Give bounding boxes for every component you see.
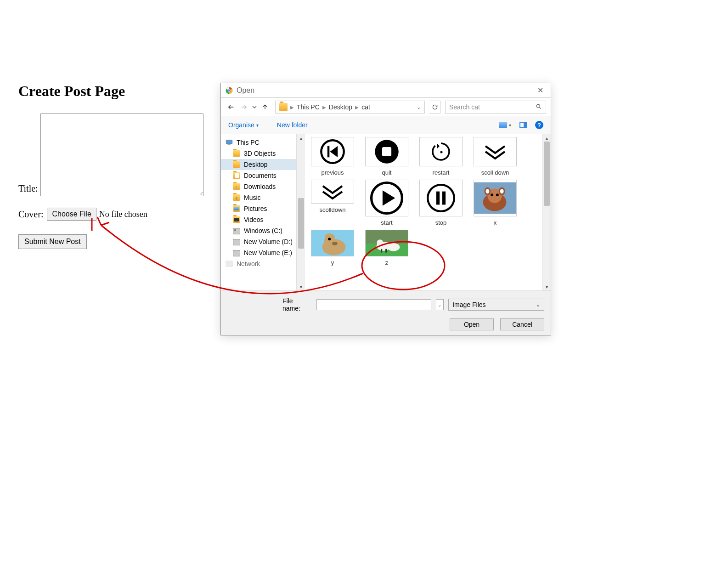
nav-recent-dropdown[interactable] bbox=[251, 102, 258, 113]
search-icon bbox=[536, 103, 542, 111]
tree-music[interactable]: Music bbox=[221, 192, 296, 203]
view-thumbnails-icon[interactable] bbox=[499, 122, 507, 128]
file-scolldown[interactable]: scolldown bbox=[310, 180, 356, 226]
dialog-toolbar: Organise ▾ New folder ▾ ? bbox=[221, 116, 551, 134]
file-z[interactable]: z bbox=[364, 230, 410, 266]
tree-windows-c[interactable]: Windows (C:) bbox=[221, 225, 296, 236]
svg-rect-10 bbox=[327, 146, 329, 158]
refresh-button[interactable] bbox=[429, 101, 440, 114]
breadcrumb-desktop[interactable]: Desktop bbox=[329, 103, 352, 111]
file-y[interactable]: y bbox=[310, 230, 356, 266]
tree-volume-e[interactable]: New Volume (E:) bbox=[221, 247, 296, 258]
file-thumbnails: previous quit restart scoll down scolldo… bbox=[305, 134, 542, 290]
file-name-input[interactable] bbox=[316, 299, 431, 310]
svg-rect-7 bbox=[228, 144, 230, 145]
new-folder-button[interactable]: New folder bbox=[277, 121, 308, 129]
dialog-body: This PC 3D Objects Desktop Documents Dow… bbox=[221, 134, 551, 290]
svg-rect-17 bbox=[442, 192, 446, 205]
folder-icon bbox=[233, 194, 240, 201]
file-quit[interactable]: quit bbox=[364, 137, 410, 176]
svg-rect-12 bbox=[382, 147, 391, 156]
tree-downloads[interactable]: Downloads bbox=[221, 181, 296, 192]
file-name-dropdown-icon[interactable]: ⌄ bbox=[436, 299, 444, 310]
scroll-down-icon[interactable]: ▾ bbox=[297, 283, 305, 290]
dialog-close-button[interactable]: ✕ bbox=[535, 86, 546, 95]
tree-volume-d[interactable]: New Volume (D:) bbox=[221, 236, 296, 247]
chevron-right-icon: ▶ bbox=[355, 105, 359, 110]
chrome-icon bbox=[226, 87, 233, 94]
file-scoll-down[interactable]: scoll down bbox=[472, 137, 518, 176]
nav-back-button[interactable] bbox=[226, 102, 237, 113]
file-open-dialog: Open ✕ ▶ This PC ▶ Desktop ▶ cat ⌄ bbox=[220, 83, 551, 335]
tree-scrollbar[interactable]: ▴ ▾ bbox=[297, 134, 305, 290]
tree-label: Desktop bbox=[244, 161, 267, 168]
organise-label: Organise bbox=[228, 121, 254, 129]
chevron-down-icon[interactable]: ▾ bbox=[509, 123, 511, 128]
choose-file-button[interactable]: Choose File bbox=[47, 208, 96, 221]
tree-label: Music bbox=[244, 194, 261, 201]
file-stop[interactable]: stop bbox=[418, 180, 464, 226]
breadcrumb-this-pc[interactable]: This PC bbox=[297, 103, 320, 111]
scroll-track[interactable] bbox=[297, 142, 305, 283]
breadcrumb[interactable]: ▶ This PC ▶ Desktop ▶ cat ⌄ bbox=[275, 101, 425, 114]
scroll-up-icon[interactable]: ▴ bbox=[543, 134, 551, 142]
scroll-thumb[interactable] bbox=[298, 198, 304, 249]
file-x[interactable]: x bbox=[472, 180, 518, 226]
thumb-label: start bbox=[381, 219, 392, 226]
breadcrumb-dropdown-icon[interactable]: ⌄ bbox=[417, 104, 421, 110]
thumb-label: previous bbox=[321, 169, 344, 176]
file-previous[interactable]: previous bbox=[310, 137, 356, 176]
drive-icon bbox=[233, 250, 240, 256]
nav-up-button[interactable] bbox=[260, 102, 271, 113]
search-input[interactable]: Search cat bbox=[445, 101, 546, 114]
tree-label: Windows (C:) bbox=[244, 227, 282, 234]
folder-icon bbox=[233, 161, 240, 168]
title-textarea[interactable] bbox=[40, 114, 203, 196]
no-file-chosen-text: No file chosen bbox=[99, 210, 147, 219]
chevron-down-icon: ⌄ bbox=[536, 302, 540, 308]
file-start[interactable]: start bbox=[364, 180, 410, 226]
scroll-down-icon[interactable]: ▾ bbox=[543, 283, 551, 290]
tree-desktop[interactable]: Desktop bbox=[221, 159, 296, 170]
help-icon[interactable]: ? bbox=[535, 121, 543, 129]
thumb-label: scolldown bbox=[319, 206, 345, 213]
drive-icon bbox=[233, 239, 240, 245]
files-scrollbar[interactable]: ▴ ▾ bbox=[542, 134, 551, 290]
tree-3d-objects[interactable]: 3D Objects bbox=[221, 148, 296, 159]
folder-icon bbox=[233, 150, 240, 157]
organise-menu[interactable]: Organise ▾ bbox=[228, 121, 259, 129]
preview-pane-icon[interactable] bbox=[519, 122, 527, 128]
chevron-right-icon: ▶ bbox=[290, 105, 294, 110]
thumb-label: z bbox=[385, 259, 389, 266]
tree-label: Videos bbox=[244, 216, 264, 223]
folder-tree: This PC 3D Objects Desktop Documents Dow… bbox=[221, 134, 297, 290]
submit-new-post-button[interactable]: Submit New Post bbox=[18, 234, 87, 249]
dialog-nav-row: ▶ This PC ▶ Desktop ▶ cat ⌄ Search cat bbox=[221, 98, 551, 116]
dialog-footer: File name: ⌄ Image Files ⌄ Open Cancel bbox=[221, 290, 551, 335]
nav-forward-button[interactable] bbox=[238, 102, 249, 113]
svg-point-13 bbox=[440, 151, 443, 153]
tree-videos[interactable]: Videos bbox=[221, 214, 296, 225]
scroll-thumb[interactable] bbox=[544, 142, 550, 206]
network-icon bbox=[226, 261, 233, 267]
tree-label: New Volume (E:) bbox=[244, 249, 292, 256]
tree-network[interactable]: Network bbox=[221, 258, 296, 269]
scroll-up-icon[interactable]: ▴ bbox=[297, 134, 305, 142]
open-button[interactable]: Open bbox=[450, 318, 494, 330]
file-name-label: File name: bbox=[282, 297, 312, 312]
breadcrumb-cat[interactable]: cat bbox=[361, 103, 370, 111]
svg-point-30 bbox=[332, 242, 338, 245]
file-type-filter[interactable]: Image Files ⌄ bbox=[448, 299, 544, 311]
tree-this-pc[interactable]: This PC bbox=[221, 137, 296, 148]
thumb-label: restart bbox=[433, 169, 450, 176]
create-post-form: Create Post Page Title: Cover: Choose Fi… bbox=[18, 83, 225, 249]
svg-rect-16 bbox=[436, 192, 440, 205]
cover-label: Cover: bbox=[18, 209, 43, 220]
svg-rect-37 bbox=[385, 249, 387, 253]
cancel-button[interactable]: Cancel bbox=[500, 318, 544, 330]
file-restart[interactable]: restart bbox=[418, 137, 464, 176]
svg-point-26 bbox=[500, 189, 504, 193]
scroll-track[interactable] bbox=[543, 142, 551, 283]
tree-pictures[interactable]: Pictures bbox=[221, 203, 296, 214]
tree-documents[interactable]: Documents bbox=[221, 170, 296, 181]
